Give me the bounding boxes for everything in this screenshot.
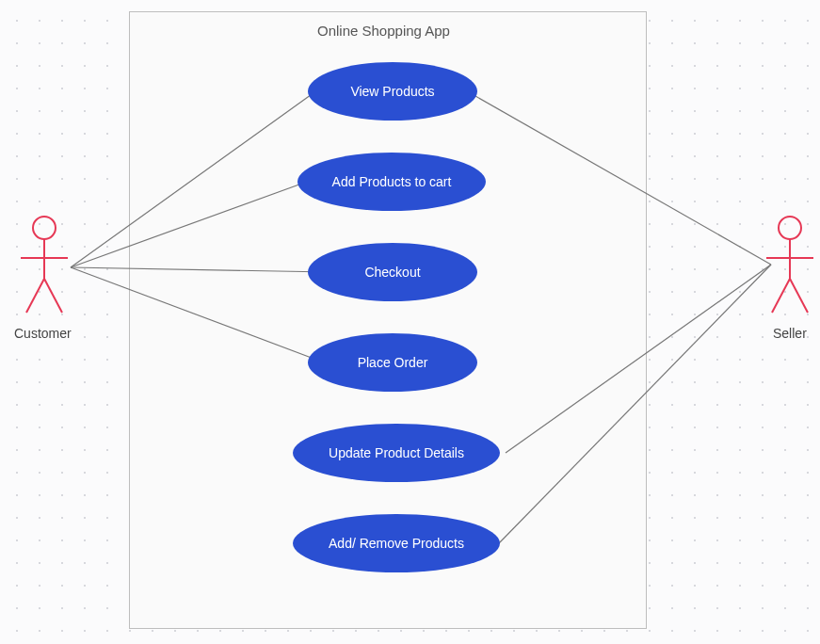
svg-line-11 — [44, 279, 62, 313]
usecase-label: Update Product Details — [329, 445, 464, 460]
diagram-canvas[interactable]: Online Shopping App View Products Add Pr… — [0, 0, 820, 644]
system-title: Online Shopping App — [317, 23, 450, 39]
svg-line-16 — [790, 279, 808, 313]
usecase-label: View Products — [350, 84, 434, 99]
usecase-label: Add Products to cart — [332, 174, 452, 189]
svg-line-10 — [26, 279, 44, 313]
actor-customer-icon[interactable] — [17, 215, 72, 318]
svg-point-7 — [33, 217, 56, 239]
usecase-add-products-to-cart[interactable]: Add Products to cart — [297, 153, 486, 211]
usecase-place-order[interactable]: Place Order — [308, 333, 477, 392]
svg-point-12 — [779, 217, 801, 239]
actor-customer-label: Customer — [14, 326, 72, 341]
usecase-checkout[interactable]: Checkout — [308, 243, 477, 301]
actor-seller-label: Seller — [773, 326, 807, 341]
usecase-add-remove-products[interactable]: Add/ Remove Products — [293, 514, 500, 572]
usecase-label: Add/ Remove Products — [329, 536, 464, 551]
usecase-view-products[interactable]: View Products — [308, 62, 477, 121]
svg-line-15 — [772, 279, 790, 313]
usecase-label: Place Order — [358, 355, 428, 370]
actor-seller-icon[interactable] — [763, 215, 817, 318]
usecase-label: Checkout — [364, 265, 420, 280]
usecase-update-product-details[interactable]: Update Product Details — [293, 424, 500, 482]
